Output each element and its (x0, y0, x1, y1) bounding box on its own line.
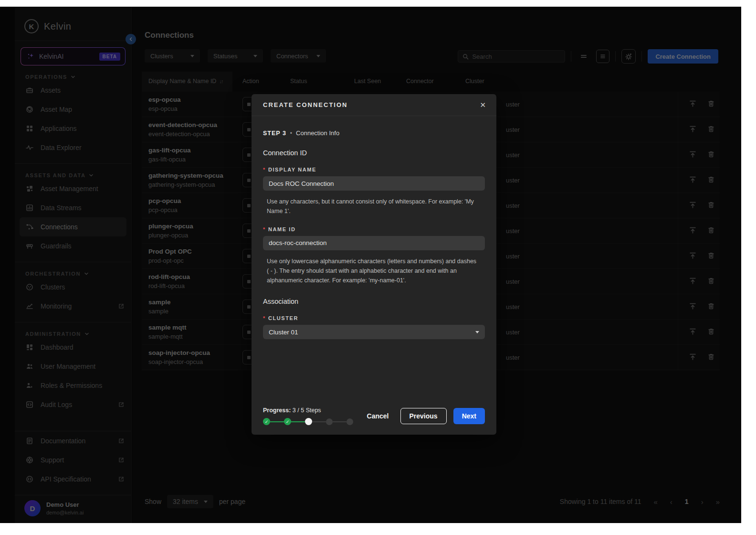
step-indicator: STEP 3 • Connection Info (263, 129, 485, 137)
create-connection-modal: CREATE CONNECTION ✕ STEP 3 • Connection … (252, 94, 496, 435)
cancel-button[interactable]: Cancel (362, 408, 394, 424)
app-window: K Kelvin KelvinAI BETA OPERATIONS Assets… (0, 7, 741, 523)
step-current-icon (305, 418, 312, 425)
next-button[interactable]: Next (453, 408, 485, 424)
bullet-icon: • (290, 130, 292, 137)
step-done-icon: ✓ (284, 418, 291, 425)
step-connector (312, 421, 326, 422)
progress-value: 3 / 5 Steps (293, 407, 321, 414)
required-asterisk: * (263, 226, 266, 232)
name-id-label: *NAME ID (263, 226, 485, 232)
section-heading-connection-id: Connection ID (263, 149, 485, 157)
name-id-field[interactable] (263, 236, 485, 250)
caret-down-icon (475, 331, 479, 333)
display-name-helper: Use any characters, but it cannot consis… (263, 197, 479, 216)
step-connector (291, 421, 305, 422)
cluster-label: *CLUSTER (263, 315, 485, 321)
required-asterisk: * (263, 167, 266, 172)
step-name: Connection Info (296, 129, 339, 137)
modal-title: CREATE CONNECTION (263, 101, 347, 108)
step-upcoming-icon (346, 418, 353, 425)
cluster-selected-value: Cluster 01 (269, 329, 298, 336)
step-number: STEP 3 (263, 130, 286, 137)
required-asterisk: * (263, 315, 266, 321)
previous-button[interactable]: Previous (400, 408, 447, 424)
step-connector (270, 421, 284, 422)
step-done-icon: ✓ (263, 418, 270, 425)
step-upcoming-icon (326, 418, 333, 425)
display-name-label: *DISPLAY NAME (263, 167, 485, 172)
cluster-select[interactable]: Cluster 01 (263, 325, 485, 339)
display-name-field[interactable] (263, 176, 485, 191)
progress-label: Progress: (263, 407, 291, 414)
progress-block: Progress: 3 / 5 Steps ✓ ✓ (263, 407, 353, 425)
section-heading-association: Association (263, 298, 485, 305)
step-progress-bar: ✓ ✓ (263, 418, 353, 425)
modal-footer: Progress: 3 / 5 Steps ✓ ✓ Cancel Pre (263, 407, 485, 425)
modal-body: STEP 3 • Connection Info Connection ID *… (252, 129, 496, 339)
step-connector (333, 421, 346, 422)
close-icon[interactable]: ✕ (480, 101, 486, 109)
modal-header: CREATE CONNECTION ✕ (252, 94, 496, 116)
name-id-helper: Use only lowercase alphanumeric characte… (263, 257, 479, 286)
